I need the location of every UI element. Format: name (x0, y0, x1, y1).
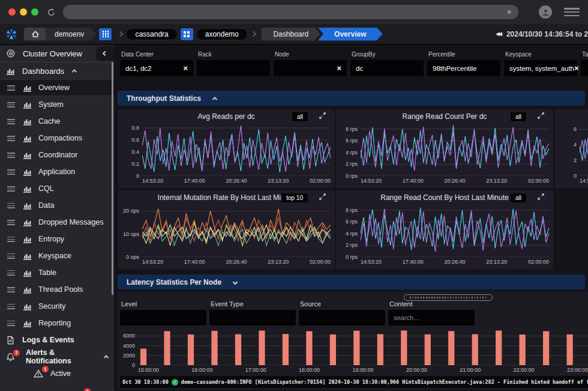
drag-handle-icon[interactable] (7, 270, 15, 276)
sidebar-item-label: Overview (38, 83, 70, 92)
clear-icon[interactable]: × (574, 64, 579, 72)
address-bar[interactable]: ★ (63, 5, 518, 19)
sidebar-collapse-button[interactable] (96, 46, 114, 61)
line-chart[interactable]: 8 rps6 rps4 rps2 rps0 rps 14:53:2017:40:… (340, 204, 549, 265)
filter-label: Data Center (120, 51, 193, 58)
breadcrumb-cluster-type[interactable]: cassandra (126, 28, 177, 40)
sidebar-item-cache[interactable]: Cache (0, 113, 114, 130)
data-center-select[interactable]: dc1, dc2 × (120, 60, 193, 76)
series-filter-dropdown[interactable]: top 10 (281, 193, 308, 202)
breadcrumb-environment[interactable]: demoenv (46, 28, 96, 41)
breadcrumb-page-overview[interactable]: Overview (318, 28, 383, 41)
sidebar-item-overview[interactable]: Overview (0, 79, 114, 96)
sidebar-item-security[interactable]: Security (0, 298, 114, 315)
sidebar-item-logs-events[interactable]: Logs & Events (0, 332, 114, 348)
minimize-window-button[interactable] (20, 8, 27, 16)
axonops-logo[interactable] (5, 28, 18, 41)
percentile-select[interactable]: 98thPercentile (427, 60, 500, 76)
sidebar-item-label: Compactions (38, 134, 82, 142)
sidebar-item-table[interactable]: Table (0, 264, 114, 281)
level-select[interactable] (120, 310, 206, 326)
sidebar-item-thread-pools[interactable]: Thread Pools (0, 281, 114, 298)
browser-menu-icon[interactable] (564, 8, 580, 16)
drag-handle-icon[interactable] (7, 102, 15, 108)
sidebar-item-cluster-overview[interactable]: Cluster Overview (0, 45, 114, 62)
event-type-select[interactable] (209, 310, 296, 326)
drag-handle-icon[interactable] (7, 253, 15, 259)
sidebar-item-label: Data (38, 201, 54, 210)
drag-handle-icon[interactable] (7, 85, 15, 91)
sidebar-group-dashboards[interactable]: Dashboards (0, 62, 114, 79)
expand-icon[interactable] (319, 193, 326, 200)
section-throughput-statistics[interactable]: Throughput Statistics (118, 91, 585, 106)
drag-handle-icon[interactable] (7, 169, 15, 175)
drag-handle-icon[interactable] (7, 203, 15, 208)
sidebar-group-alerts[interactable]: ! Alerts & Notifications (0, 348, 114, 365)
section-latency-statistics[interactable]: Latency Statistics Per Node (118, 274, 585, 289)
environment-switcher-button[interactable] (99, 28, 112, 40)
breadcrumb-dashboard[interactable]: Dashboard (262, 28, 320, 41)
breadcrumb-cluster-name[interactable]: axondemo (196, 28, 248, 40)
clear-icon[interactable]: × (183, 64, 188, 72)
drag-handle-icon[interactable] (7, 153, 15, 158)
log-line[interactable]: Oct 30 18:38:00 ✓ demo-cassandra-006:INF… (120, 376, 588, 388)
drag-handle-icon[interactable] (7, 119, 15, 124)
sidebar-item-system[interactable]: System (0, 96, 114, 113)
series-filter-dropdown[interactable]: all (511, 112, 526, 121)
sidebar-item-compactions[interactable]: Compactions (0, 130, 114, 147)
cluster-switcher-button[interactable] (181, 28, 193, 40)
bookmark-star-icon[interactable]: ★ (506, 8, 512, 16)
expand-icon[interactable] (319, 112, 326, 119)
sidebar-item-entropy[interactable]: Entropy (0, 231, 114, 247)
clear-icon[interactable]: × (337, 64, 341, 72)
events-bar-chart[interactable]: 6000400020000 15:00:0016:00:0017:00:0018… (120, 329, 588, 374)
keyspace-select[interactable]: system, system_auth × (504, 60, 577, 76)
drag-handle-icon[interactable] (7, 136, 15, 141)
sidebar-item-cql[interactable]: CQL (0, 180, 114, 197)
drag-handle-icon[interactable] (7, 186, 15, 192)
sidebar-item-label: Application (38, 168, 75, 176)
sidebar-item-application[interactable]: Application (0, 163, 114, 180)
node-select[interactable]: × (274, 60, 347, 76)
expand-icon[interactable] (538, 193, 544, 200)
line-chart[interactable]: 20 ops10 ops0 ops 14:53:2017:40:0020:26:… (122, 204, 331, 265)
rewind-icon[interactable]: ◀◀ (496, 31, 502, 37)
sidebar-item-label: Security (38, 302, 65, 311)
horizontal-scrollbar[interactable] (404, 294, 493, 301)
target-icon (6, 49, 16, 58)
reload-icon[interactable] (47, 8, 56, 17)
source-select[interactable] (299, 310, 385, 326)
drag-handle-icon[interactable] (7, 321, 15, 326)
drag-handle-icon[interactable] (7, 304, 15, 309)
expand-icon[interactable] (538, 112, 544, 119)
line-chart[interactable]: 6420 14:53: (559, 123, 588, 184)
sidebar-item-coordinator[interactable]: Coordinator (0, 147, 114, 163)
series-filter-dropdown[interactable]: all (511, 193, 526, 202)
chart-title: Range Read Count Per dc (403, 112, 487, 121)
close-window-button[interactable] (8, 8, 16, 16)
chevron-up-icon (212, 97, 217, 102)
profile-avatar[interactable] (539, 5, 552, 19)
drag-handle-icon[interactable] (7, 220, 15, 225)
sidebar-item-keyspace[interactable]: Keyspace (0, 247, 114, 264)
drag-handle-icon[interactable] (7, 237, 15, 242)
line-chart[interactable]: 8 rps6 rps4 rps2 rps0 rps 14:53:2017:40:… (340, 123, 549, 184)
drag-handle-icon[interactable] (7, 287, 15, 292)
events-panel: Level Event Type Source Content (118, 292, 588, 390)
sidebar-item-label: Reporting (38, 319, 71, 327)
content-search-input[interactable] (388, 310, 475, 326)
time-range-control[interactable]: ◀◀ 2024/10/30 14:36:54 to 2 (496, 24, 588, 44)
sidebar-item-reporting[interactable]: Reporting (0, 315, 114, 332)
group-by-select[interactable]: dc (350, 60, 424, 76)
zoom-window-button[interactable] (31, 8, 38, 16)
x-axis: 15:00:0016:00:0017:00:0018:00:0019:00:00… (138, 365, 588, 374)
filter-label: Table (581, 51, 588, 58)
sidebar-scrollbar[interactable] (112, 62, 113, 295)
sidebar-item-dropped-messages[interactable]: Dropped Messages (0, 214, 114, 231)
rack-select[interactable] (197, 60, 270, 76)
line-chart[interactable]: 0.80.60.40.20 14:53:2017:40:0020:26:4023… (122, 123, 331, 184)
sidebar-item-alerts-active[interactable]: ! Active (0, 365, 114, 382)
series-filter-dropdown[interactable]: all (292, 112, 308, 121)
sidebar-item-data[interactable]: Data (0, 197, 114, 214)
table-select[interactable] (581, 60, 588, 76)
